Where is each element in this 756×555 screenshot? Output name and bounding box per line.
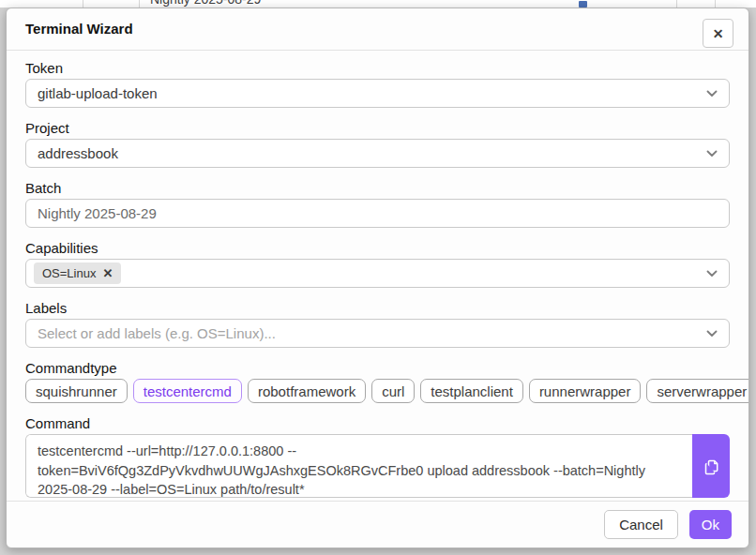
dialog-body: Token gitlab-upload-token Project addres… [7,51,748,501]
project-label: Project [25,120,730,136]
cancel-button[interactable]: Cancel [604,510,678,539]
labels-multiselect[interactable] [25,319,730,348]
capabilities-field-group: Capabilities OS=Linux ✕ [25,240,730,288]
commandtype-testplanclient[interactable]: testplanclient [420,379,523,403]
commandtype-label: Commandtype [25,360,730,376]
dialog-title: Terminal Wizard [25,21,133,37]
project-select[interactable]: addressbook [25,139,730,168]
commandtype-options: squishrunner testcentercmd robotframewor… [25,379,730,403]
batch-input[interactable] [25,199,730,228]
token-label: Token [25,60,730,76]
commandtype-robotframework[interactable]: robotframework [248,379,366,403]
table-column-divider [715,0,716,8]
token-selected-value: gitlab-upload-token [38,85,699,101]
capability-tag-label: OS=Linux [42,266,96,280]
project-field-group: Project addressbook [25,120,730,168]
command-label: Command [25,415,730,431]
dialog-header: Terminal Wizard ✕ [7,8,748,51]
commandtype-curl[interactable]: curl [371,379,415,403]
background-row-text: Nightly 2025-08-29 [150,0,261,7]
command-textarea[interactable]: testcentercmd --url=http://127.0.0.1:880… [25,434,692,498]
background-icon-fragment [579,1,587,8]
command-row: testcentercmd --url=http://127.0.0.1:880… [25,434,730,498]
token-field-group: Token gitlab-upload-token [25,60,730,108]
capabilities-multiselect[interactable]: OS=Linux ✕ [25,259,730,288]
labels-field-group: Labels [25,300,730,348]
table-column-divider [676,0,677,8]
capability-tag: OS=Linux ✕ [34,262,121,284]
chevron-down-icon [706,90,718,98]
commandtype-runnerwrapper[interactable]: runnerwrapper [529,379,642,403]
table-column-divider [83,0,83,8]
token-select[interactable]: gitlab-upload-token [25,79,730,108]
chevron-down-icon [706,270,718,278]
terminal-wizard-dialog: Terminal Wizard ✕ Token gitlab-upload-to… [6,8,749,548]
remove-tag-icon[interactable]: ✕ [102,267,113,279]
commandtype-field-group: Commandtype squishrunner testcentercmd r… [25,360,730,403]
batch-label: Batch [25,180,730,196]
table-column-divider [139,0,140,8]
commandtype-serverwrapper[interactable]: serverwrapper [646,379,748,403]
command-field-group: Command testcentercmd --url=http://127.0… [25,415,730,498]
copy-command-button[interactable] [692,434,730,498]
background-page: Nightly 2025-08-29 [0,0,756,8]
commandtype-testcentercmd[interactable]: testcentercmd [133,379,242,403]
capabilities-label: Capabilities [25,240,730,256]
ok-button[interactable]: Ok [689,510,732,539]
close-button[interactable]: ✕ [703,19,733,48]
labels-input[interactable] [38,325,699,341]
dialog-footer: Cancel Ok [7,501,748,548]
labels-label: Labels [25,300,730,316]
chevron-down-icon [706,330,718,338]
project-selected-value: addressbook [38,145,699,161]
commandtype-squishrunner[interactable]: squishrunner [25,379,128,403]
copy-icon [703,458,719,475]
chevron-down-icon [706,150,718,158]
batch-field-group: Batch [25,180,730,228]
